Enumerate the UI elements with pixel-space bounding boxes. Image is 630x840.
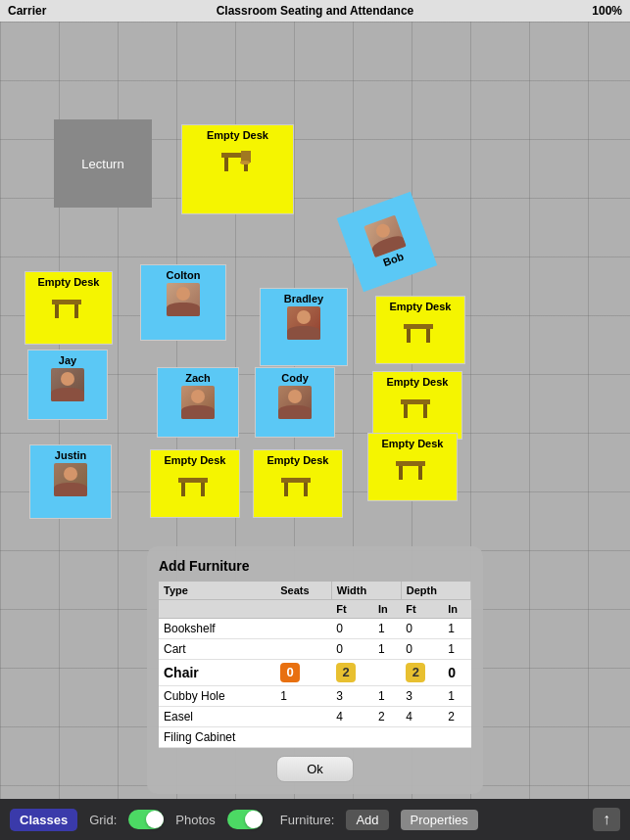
furniture-row-0[interactable]: Bookshelf0101: [159, 619, 471, 639]
desk-label: Empty Desk: [382, 438, 444, 449]
furniture-row-5[interactable]: Filing Cabinet: [159, 727, 471, 748]
cody-label: Cody: [281, 372, 309, 384]
cell-5: [331, 727, 373, 748]
cell-1: 0: [331, 639, 373, 660]
svg-rect-5: [52, 300, 81, 304]
svg-rect-9: [407, 329, 411, 343]
cell-3: 1: [373, 686, 401, 707]
justin-photo: [54, 463, 87, 496]
ok-button[interactable]: Ok: [276, 756, 354, 782]
panel-title: Add Furniture: [159, 558, 471, 574]
furniture-add-button[interactable]: Add: [346, 810, 388, 830]
cell-5: [373, 727, 401, 748]
zach-photo: [181, 386, 215, 419]
desk-justin[interactable]: Justin: [29, 444, 112, 519]
desk-label: Empty Desk: [207, 129, 268, 141]
bradley-label: Bradley: [284, 293, 323, 304]
lecturn-label: Lecturn: [81, 157, 123, 171]
cell-2: 0: [443, 660, 470, 686]
svg-rect-22: [418, 466, 422, 480]
svg-rect-18: [284, 483, 288, 496]
furniture-row-2[interactable]: Chair0220: [159, 660, 471, 686]
desk-label: Empty Desk: [390, 301, 452, 312]
photos-label: Photos: [175, 813, 215, 827]
desk-jay[interactable]: Jay: [27, 350, 108, 420]
cell-1: [275, 639, 331, 660]
desk-empty3[interactable]: Empty Desk: [375, 296, 465, 364]
desk-zach[interactable]: Zach: [157, 367, 239, 438]
cell-5: [275, 727, 331, 748]
photos-toggle[interactable]: [227, 810, 263, 829]
col-seats: Seats: [275, 582, 331, 600]
svg-rect-19: [304, 483, 308, 496]
desk-bradley[interactable]: Bradley: [260, 288, 348, 366]
furniture-row-1[interactable]: Cart0101: [159, 639, 471, 660]
desk-label: Empty Desk: [38, 276, 100, 288]
jay-photo: [51, 368, 84, 401]
svg-point-4: [240, 161, 250, 164]
desk-empty1[interactable]: Empty Desk: [181, 124, 294, 214]
desk-empty4[interactable]: Empty Desk: [372, 371, 462, 440]
cell-3: 1: [443, 686, 470, 707]
desk-icon: [399, 390, 436, 421]
cell-4: Easel: [159, 707, 275, 727]
cell-3: 3: [331, 686, 373, 707]
svg-rect-20: [396, 461, 425, 466]
svg-rect-12: [404, 404, 408, 418]
desk-icon: [176, 468, 214, 499]
desk-cody[interactable]: Cody: [255, 367, 335, 438]
bottom-toolbar: Classes Grid: Photos Furniture: Add Prop…: [0, 799, 630, 840]
svg-rect-14: [178, 478, 208, 483]
cell-4: 2: [373, 707, 401, 727]
col-win: In: [373, 600, 401, 619]
svg-rect-17: [281, 478, 311, 483]
col-wft: Ft: [331, 600, 373, 619]
desk-colton[interactable]: Colton: [140, 264, 226, 341]
cell-5: Filing Cabinet: [159, 727, 275, 748]
cell-1: Cart: [159, 639, 275, 660]
colton-photo: [167, 283, 200, 316]
cell-0: 1: [443, 619, 470, 639]
cell-0: [275, 619, 331, 639]
lecturn[interactable]: Lecturn: [54, 119, 152, 208]
desk-icon: [50, 290, 87, 321]
desk-icon: [279, 468, 316, 499]
cell-4: 4: [331, 707, 373, 727]
classes-button[interactable]: Classes: [10, 809, 77, 831]
desk-empty7[interactable]: Empty Desk: [367, 433, 458, 501]
col-type: Type: [159, 582, 275, 600]
furniture-row-3[interactable]: Cubby Hole13131: [159, 686, 471, 707]
cell-2: 2: [331, 660, 373, 686]
furniture-properties-button[interactable]: Properties: [401, 810, 478, 830]
desk-label: Empty Desk: [387, 376, 449, 388]
grid-label: Grid:: [89, 813, 117, 827]
cell-4: 2: [443, 707, 470, 727]
svg-rect-13: [423, 404, 427, 418]
desk-empty6[interactable]: Empty Desk: [253, 449, 343, 518]
svg-rect-10: [426, 329, 430, 343]
furniture-row-4[interactable]: Easel4242: [159, 707, 471, 727]
cell-0: 1: [373, 619, 401, 639]
desk-empty2[interactable]: Empty Desk: [24, 271, 113, 345]
grid-toggle-knob: [146, 811, 164, 828]
cell-4: 4: [401, 707, 443, 727]
cell-2: [373, 660, 401, 686]
share-button[interactable]: ↑: [593, 808, 620, 831]
classroom-area[interactable]: Lecturn Empty Desk Bob Empty Desk Colton…: [0, 22, 630, 799]
grid-toggle[interactable]: [128, 810, 164, 829]
cell-1: 0: [401, 639, 443, 660]
app-title: Classroom Seating and Attendance: [217, 4, 414, 18]
cell-5: [401, 727, 443, 748]
desk-empty5[interactable]: Empty Desk: [150, 449, 240, 518]
svg-rect-21: [399, 466, 403, 480]
svg-rect-1: [224, 158, 228, 171]
cell-0: 0: [331, 619, 373, 639]
zach-label: Zach: [185, 372, 211, 384]
bradley-photo: [287, 306, 320, 340]
cell-2: 0: [275, 660, 331, 686]
svg-rect-7: [74, 304, 78, 318]
carrier: Carrier: [8, 4, 46, 18]
furniture-table[interactable]: Type Seats Width Depth Ft In Ft In Books…: [159, 582, 471, 748]
desk-icon: [394, 451, 431, 483]
col-din: In: [443, 600, 470, 619]
